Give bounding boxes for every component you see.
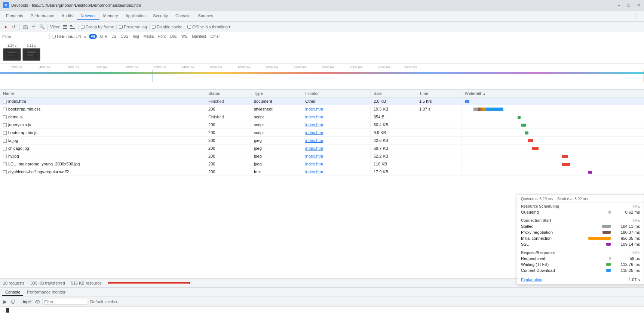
- table-row[interactable]: chicago.jpg200jpegindex.htm69.7 KB: [0, 145, 644, 152]
- search-button[interactable]: 🔍: [39, 24, 45, 30]
- offline-input[interactable]: [187, 25, 191, 29]
- table-row[interactable]: glyphicons-halflings-regular.woff2200fon…: [0, 168, 644, 176]
- filter-input[interactable]: [2, 34, 47, 39]
- restore-button[interactable]: □: [626, 3, 631, 8]
- table-row[interactable]: la.jpg200jpegindex.htm22.6 KB: [0, 137, 644, 145]
- cell-initiator[interactable]: index.htm: [302, 137, 371, 145]
- col-header-size[interactable]: Size: [371, 90, 416, 97]
- filter-type-other[interactable]: Other: [209, 34, 222, 39]
- connection-start-section: Connection Start TIME: [517, 217, 644, 223]
- filter-type-js[interactable]: JS: [110, 34, 118, 39]
- cell-initiator[interactable]: index.htm: [302, 105, 371, 113]
- tab-application[interactable]: Application: [122, 12, 150, 20]
- filter-type-font[interactable]: Font: [156, 34, 168, 39]
- cell-initiator[interactable]: index.htm: [302, 168, 371, 176]
- refresh-button[interactable]: ↺: [10, 24, 17, 30]
- tab-performance-monitor[interactable]: Performance monitor: [24, 289, 68, 296]
- table-row[interactable]: index.htmFinisheddocumentOther2.0 KB1.5 …: [0, 97, 644, 105]
- table-row[interactable]: bootstrap.min.css200stylesheetindex.htm1…: [0, 105, 644, 113]
- preserve-log-input[interactable]: [119, 25, 123, 29]
- table-row[interactable]: LCU_mainpromo_young_2000x500.jpg200jpegi…: [0, 160, 644, 168]
- default-levels-selector[interactable]: Default levels ▾: [90, 300, 117, 304]
- clear-console-button[interactable]: [10, 298, 16, 305]
- throttle-select[interactable]: No throttling ▾: [206, 25, 230, 29]
- filter-button[interactable]: [30, 24, 37, 30]
- col-header-initiator[interactable]: Initiator: [302, 90, 371, 97]
- col-header-name[interactable]: Name: [0, 90, 205, 97]
- col-header-time[interactable]: Time: [416, 90, 461, 97]
- table-row[interactable]: jquery.min.js200scriptindex.htm30.4 KB: [0, 121, 644, 129]
- group-by-frame-checkbox[interactable]: Group by frame: [81, 25, 114, 29]
- tab-network[interactable]: Network: [77, 12, 99, 20]
- cell-type: jpeg: [251, 160, 302, 168]
- more-tabs-icon[interactable]: ⋮: [632, 13, 642, 19]
- cell-initiator[interactable]: index.htm: [302, 129, 371, 137]
- offline-checkbox[interactable]: Offline: [187, 25, 204, 29]
- timeline-thumb-1[interactable]: 1.24 s: [3, 44, 21, 61]
- view-waterfall-icon[interactable]: [69, 24, 76, 30]
- cell-type: script: [251, 129, 302, 137]
- col-header-status[interactable]: Status: [205, 90, 251, 97]
- timeline-thumb-2[interactable]: 2.11 s: [22, 44, 40, 61]
- table-row[interactable]: demo.jsFinishedscriptindex.htm354 B: [0, 113, 644, 121]
- top-selector[interactable]: top ▾: [21, 299, 33, 304]
- svg-rect-4: [63, 28, 67, 29]
- tab-console-bottom[interactable]: Console: [2, 289, 23, 296]
- eye-button[interactable]: [34, 298, 41, 305]
- cell-waterfall: [461, 97, 644, 105]
- ruler-2600: 2600 ms: [350, 65, 363, 69]
- cell-initiator[interactable]: index.htm: [302, 160, 371, 168]
- table-row[interactable]: bootstrap.min.js200scriptindex.htm9.9 KB: [0, 129, 644, 137]
- console-filter-input[interactable]: [42, 299, 87, 305]
- timeline-waterfall-overview[interactable]: [0, 70, 644, 82]
- disable-cache-checkbox[interactable]: Disable cache: [152, 25, 183, 29]
- tab-performance[interactable]: Performance: [27, 12, 58, 20]
- hide-data-urls-checkbox[interactable]: Hide data URLs: [52, 34, 86, 39]
- preserve-log-checkbox[interactable]: Preserve log: [119, 25, 147, 29]
- cell-waterfall: [461, 160, 644, 168]
- top-tabs: Elements Performance Audits Network Memo…: [0, 10, 644, 22]
- svg-rect-3: [63, 27, 67, 27]
- minimize-button[interactable]: −: [616, 3, 622, 8]
- tab-elements[interactable]: Elements: [2, 12, 27, 20]
- view-list-icon[interactable]: [62, 24, 68, 30]
- record-button[interactable]: ●: [2, 24, 9, 30]
- filter-type-xhr[interactable]: XHR: [98, 34, 109, 39]
- popup-explanation-row: Explanation 1.07 s: [517, 275, 644, 284]
- cell-initiator[interactable]: index.htm: [302, 113, 371, 121]
- console-prompt: ›: [3, 308, 641, 313]
- cell-initiator[interactable]: index.htm: [302, 152, 371, 160]
- camera-button[interactable]: [22, 24, 29, 30]
- popup-total-value: 1.07 s: [629, 277, 640, 282]
- ruler-1600: 1600 ms: [209, 65, 223, 69]
- tab-sources[interactable]: Sources: [194, 12, 217, 20]
- tab-memory[interactable]: Memory: [99, 12, 122, 20]
- explanation-link[interactable]: Explanation: [521, 277, 543, 282]
- filter-type-manifest[interactable]: Manifest: [190, 34, 208, 39]
- cell-type: document: [251, 97, 302, 105]
- filter-type-img[interactable]: Img: [131, 34, 141, 39]
- request-sent-bar: [609, 257, 611, 260]
- tab-console[interactable]: Console: [172, 12, 194, 20]
- cell-initiator[interactable]: index.htm: [302, 145, 371, 152]
- preserve-log-label: Preserve log: [124, 25, 147, 29]
- table-row[interactable]: ny.jpg200jpegindex.htm52.2 KB: [0, 152, 644, 160]
- filter-type-media[interactable]: Media: [142, 34, 156, 39]
- close-button[interactable]: ✕: [636, 3, 641, 8]
- tab-security[interactable]: Security: [149, 12, 172, 20]
- filter-type-doc[interactable]: Doc: [168, 34, 179, 39]
- col-header-waterfall[interactable]: Waterfall ▲: [461, 90, 644, 97]
- disable-cache-input[interactable]: [152, 25, 156, 29]
- cell-name: demo.js: [0, 113, 205, 121]
- console-cursor[interactable]: [6, 308, 9, 313]
- group-by-frame-input[interactable]: [81, 25, 85, 29]
- cell-time: [416, 129, 461, 137]
- tab-audits[interactable]: Audits: [58, 12, 77, 20]
- filter-type-css[interactable]: CSS: [119, 34, 131, 39]
- execute-button[interactable]: ▶: [1, 298, 8, 305]
- filter-type-all[interactable]: All: [89, 34, 97, 39]
- filter-type-ws[interactable]: WS: [180, 34, 189, 39]
- cell-initiator[interactable]: index.htm: [302, 121, 371, 129]
- hide-data-urls-input[interactable]: [52, 35, 56, 38]
- col-header-type[interactable]: Type: [251, 90, 302, 97]
